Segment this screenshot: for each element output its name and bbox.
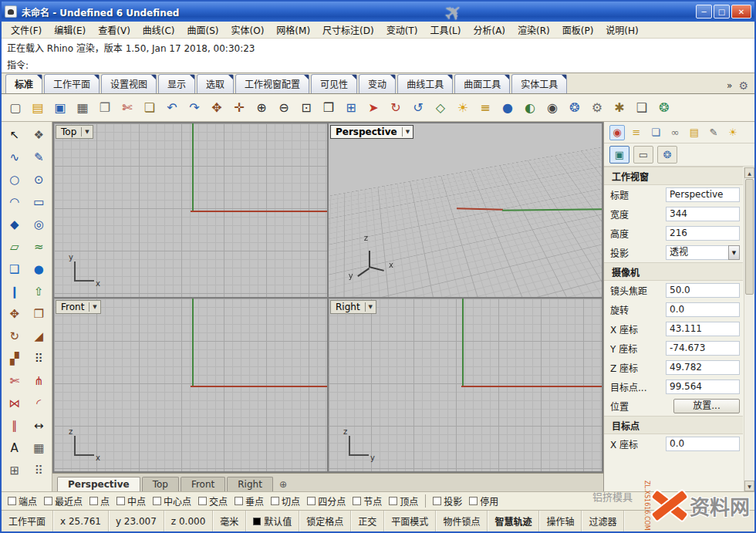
tab-cplanes[interactable]: 工作平面 — [44, 74, 100, 93]
sketch-icon[interactable]: ✎ — [28, 147, 49, 167]
property-value[interactable]: 43.111 — [666, 322, 740, 336]
property-value[interactable]: 216 — [666, 226, 740, 241]
osnap-intersection[interactable]: 交点 — [198, 494, 228, 508]
menu-tools[interactable]: 工具(L) — [424, 22, 467, 38]
osnap-disable[interactable]: 停用 — [469, 494, 498, 508]
tab-display[interactable]: 显示 — [158, 74, 195, 93]
display-mode-icon[interactable]: ▭ — [633, 146, 653, 164]
menu-transform[interactable]: 变动(T) — [380, 22, 424, 38]
tab-visibility[interactable]: 可见性 — [311, 74, 357, 93]
viewport-top-title[interactable]: Top ▼ — [56, 125, 93, 139]
osnap-end[interactable]: 端点 — [8, 494, 37, 508]
zoom-window-icon[interactable]: ⊡ — [295, 97, 317, 119]
surface-icon[interactable]: ▱ — [4, 237, 25, 257]
render-preview-icon[interactable]: ◐ — [519, 97, 541, 119]
checkbox-icon[interactable] — [44, 497, 52, 505]
shaded-view-icon[interactable]: ◉ — [542, 97, 563, 119]
box-icon[interactable]: ❑ — [4, 259, 25, 279]
checkbox-icon[interactable] — [307, 497, 316, 505]
selection-frame-icon[interactable]: ❑ — [631, 97, 653, 119]
zoom-extents-icon[interactable]: ❒ — [318, 97, 339, 119]
material-icon[interactable]: ❂ — [564, 97, 586, 119]
viewport-right-title[interactable]: Right ▼ — [330, 300, 376, 314]
menu-mesh[interactable]: 网格(M) — [270, 22, 316, 38]
checkbox-icon[interactable] — [433, 497, 441, 505]
checkbox-icon[interactable] — [469, 497, 478, 505]
ortho-toggle[interactable]: 正交 — [351, 511, 384, 531]
property-value[interactable]: 放置... — [673, 399, 740, 413]
osnap-toggle[interactable]: 物件锁点 — [436, 511, 488, 531]
checkbox-icon[interactable] — [8, 497, 16, 505]
redo-icon[interactable]: ↷ — [184, 97, 205, 119]
property-value[interactable]: -74.673 — [666, 341, 740, 356]
viewport-menu-arrow-icon[interactable]: ▼ — [81, 127, 92, 137]
checkbox-icon[interactable] — [353, 497, 361, 505]
menu-surface[interactable]: 曲面(S) — [181, 22, 225, 38]
tab-surface-tools[interactable]: 曲面工具 — [454, 74, 510, 93]
extrude-icon[interactable]: ⇧ — [28, 282, 49, 302]
maximize-button[interactable]: □ — [714, 5, 730, 19]
checkbox-icon[interactable] — [389, 497, 397, 505]
y-coordinate[interactable]: y 23.007 — [109, 511, 164, 531]
property-value[interactable]: 344 — [666, 207, 740, 221]
panel-scrollbar[interactable]: ▲ ▼ — [744, 167, 754, 491]
copy-tool-icon[interactable]: ❐ — [28, 304, 49, 324]
array-tool-icon[interactable]: ⠿ — [28, 349, 49, 369]
paste-icon[interactable]: ❏ — [139, 97, 160, 119]
titlebar[interactable]: 未命名 - Undefined 6 Undefined ─ □ ✕ — [2, 2, 754, 22]
planar-toggle[interactable]: 平面模式 — [384, 511, 436, 531]
earth-icon[interactable]: ❂ — [653, 97, 675, 119]
scrollbar-thumb[interactable] — [745, 179, 754, 295]
menu-edit[interactable]: 编辑(E) — [48, 22, 92, 38]
circle-center-icon[interactable]: ⊙ — [28, 170, 49, 190]
zoom-in-icon[interactable]: ⊕ — [251, 97, 272, 119]
copy-icon[interactable]: ❐ — [94, 97, 116, 119]
menu-view[interactable]: 查看(V) — [92, 22, 137, 38]
pan-icon[interactable]: ✥ — [206, 97, 228, 119]
filter-toggle[interactable]: 过滤器 — [582, 511, 624, 531]
command-input[interactable] — [32, 58, 749, 70]
link-tab-icon[interactable]: ∞ — [667, 125, 683, 140]
options-icon[interactable]: ✱ — [609, 97, 630, 119]
fillet-icon[interactable]: ◜ — [28, 393, 49, 413]
offset-icon[interactable]: ∥ — [4, 416, 25, 436]
tab-set-view[interactable]: 设置视图 — [101, 74, 157, 93]
properties-tab-icon[interactable]: ◉ — [609, 125, 625, 140]
checkbox-icon[interactable] — [116, 497, 125, 505]
more-tools-icon[interactable]: ⠿ — [28, 460, 49, 481]
property-value[interactable]: 99.564 — [666, 380, 740, 394]
undo-view-icon[interactable]: ↺ — [407, 97, 429, 119]
viewport-menu-arrow-icon[interactable]: ▼ — [89, 302, 100, 312]
dimension-icon[interactable]: ↔ — [28, 416, 49, 436]
grid-options-icon[interactable]: ⊞ — [4, 460, 25, 481]
property-value[interactable]: 透视 — [666, 245, 728, 260]
select-icon[interactable]: ↖ — [4, 125, 25, 145]
viewport-menu-arrow-icon[interactable]: ▼ — [365, 302, 376, 312]
files-tab-icon[interactable]: ▤ — [687, 125, 702, 140]
rotate-view-icon[interactable]: ↻ — [385, 97, 407, 119]
scroll-down-icon[interactable]: ▼ — [744, 481, 754, 491]
menu-file[interactable]: 文件(F) — [5, 22, 48, 38]
grid-snap-toggle[interactable]: 锁定格点 — [299, 511, 351, 531]
lights-tab-icon[interactable]: ☀ — [725, 125, 741, 140]
viewport-perspective-title[interactable]: Perspective ▼ — [330, 125, 413, 139]
viewport-front[interactable]: z x Front ▼ — [54, 299, 327, 472]
osnap-vertex[interactable]: 顶点 — [389, 494, 418, 508]
rectangle-icon[interactable]: ▭ — [28, 192, 49, 212]
vtab-top[interactable]: Top — [142, 477, 179, 491]
cylinder-icon[interactable]: ❙ — [4, 282, 25, 302]
gears-icon[interactable]: ⚙ — [586, 97, 608, 119]
checkbox-icon[interactable] — [198, 497, 207, 505]
menu-analyze[interactable]: 分析(A) — [467, 22, 511, 38]
select-brush-icon[interactable]: ❖ — [28, 125, 49, 145]
tab-select[interactable]: 选取 — [197, 74, 234, 93]
menu-dimension[interactable]: 尺寸标注(D) — [316, 22, 380, 38]
checkbox-icon[interactable] — [153, 497, 161, 505]
tab-curve-tools[interactable]: 曲线工具 — [397, 74, 453, 93]
scrollbar-track[interactable] — [744, 178, 754, 481]
osnap-center[interactable]: 中心点 — [153, 494, 191, 508]
menu-curve[interactable]: 曲线(C) — [137, 22, 181, 38]
red-car-icon[interactable]: ➤ — [363, 97, 384, 119]
viewport-perspective[interactable]: z x y Perspective ▼ — [329, 123, 602, 297]
vtab-perspective[interactable]: Perspective — [57, 477, 140, 491]
